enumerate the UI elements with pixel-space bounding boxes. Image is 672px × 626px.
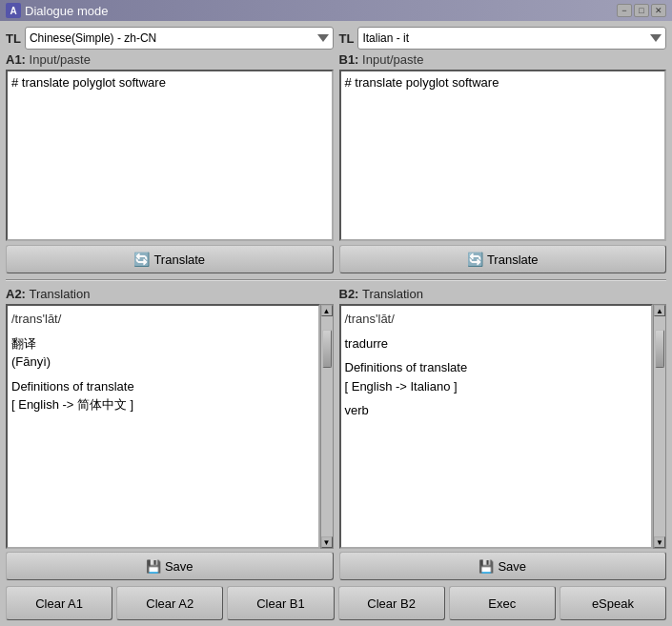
input-textarea-a[interactable]: # translate polyglot software bbox=[6, 70, 334, 241]
translation-chinese: 翻译(Fānyì) bbox=[11, 334, 315, 372]
tl-label-a: TL bbox=[6, 31, 21, 46]
exec-button[interactable]: Exec bbox=[449, 586, 556, 620]
output-panel-b: B2: Translation /trans'lāt/ tradurre Def… bbox=[339, 287, 667, 580]
scrollbar-down-b[interactable]: ▼ bbox=[654, 536, 665, 548]
clear-a1-button[interactable]: Clear A1 bbox=[6, 586, 112, 620]
refresh-icon-a: 🔄 bbox=[133, 252, 150, 267]
scrollbar-up-b[interactable]: ▲ bbox=[654, 305, 665, 316]
pos-verb: verb bbox=[345, 401, 648, 420]
scrollbar-b[interactable]: ▲ ▼ bbox=[653, 304, 666, 549]
tl-label-b: TL bbox=[339, 31, 355, 46]
translation-italian: tradurre bbox=[345, 334, 648, 353]
bottom-buttons-row: Clear A1 Clear A2 Clear B1 Clear B2 Exec… bbox=[6, 584, 666, 620]
lang-select-a[interactable]: Chinese(Simple) - zh-CN Chinese(Traditio… bbox=[25, 27, 334, 50]
clear-a2-button[interactable]: Clear A2 bbox=[116, 586, 223, 620]
clear-b2-button[interactable]: Clear B2 bbox=[338, 586, 445, 620]
close-button[interactable]: ✕ bbox=[651, 4, 666, 17]
title-bar-controls: − □ ✕ bbox=[617, 4, 666, 17]
save-label-a: Save bbox=[165, 559, 193, 574]
scrollbar-thumb-b[interactable] bbox=[655, 330, 664, 368]
input-label-b: B1: Input/paste bbox=[339, 52, 667, 67]
refresh-icon-b: 🔄 bbox=[467, 252, 483, 267]
panel-b: TL Italian - it French - fr Spanish - es… bbox=[339, 27, 667, 241]
output-wrapper-b: /trans'lāt/ tradurre Definitions of tran… bbox=[339, 304, 667, 549]
save-icon-a: 💾 bbox=[146, 559, 161, 574]
title-bar: A Dialogue mode − □ ✕ bbox=[0, 0, 672, 21]
output-panel-a: A2: Translation /trans'lāt/ 翻译(Fānyì) De… bbox=[6, 287, 334, 580]
lang-row-a: TL Chinese(Simple) - zh-CN Chinese(Tradi… bbox=[6, 27, 334, 50]
phonetic-b: /trans'lāt/ bbox=[345, 310, 648, 329]
top-row: TL Chinese(Simple) - zh-CN Chinese(Tradi… bbox=[6, 27, 666, 241]
horizontal-divider bbox=[6, 279, 666, 281]
espeak-button[interactable]: eSpeak bbox=[560, 586, 666, 620]
title-bar-title: Dialogue mode bbox=[25, 4, 108, 18]
clear-b1-button[interactable]: Clear B1 bbox=[227, 586, 334, 620]
save-button-a[interactable]: 💾 Save bbox=[6, 552, 334, 580]
main-content: TL Chinese(Simple) - zh-CN Chinese(Tradi… bbox=[0, 21, 672, 626]
definitions-header-a: Definitions of translate[ English -> 简体中… bbox=[11, 377, 315, 414]
save-button-b[interactable]: 💾 Save bbox=[339, 552, 667, 580]
minimize-button[interactable]: − bbox=[617, 4, 632, 17]
title-bar-left: A Dialogue mode bbox=[6, 3, 108, 18]
scrollbar-up-a[interactable]: ▲ bbox=[321, 305, 333, 316]
app-icon: A bbox=[6, 3, 21, 18]
output-text-b[interactable]: /trans'lāt/ tradurre Definitions of tran… bbox=[339, 304, 654, 549]
bottom-area: A2: Translation /trans'lāt/ 翻译(Fānyì) De… bbox=[6, 287, 666, 580]
translate-label-b: Translate bbox=[487, 252, 539, 267]
translate-buttons-row: 🔄 Translate 🔄 Translate bbox=[6, 245, 666, 273]
translate-panel-a: 🔄 Translate bbox=[6, 245, 334, 273]
translate-button-b[interactable]: 🔄 Translate bbox=[339, 245, 667, 273]
scrollbar-thumb-a[interactable] bbox=[322, 330, 332, 368]
scrollbar-down-a[interactable]: ▼ bbox=[321, 536, 333, 548]
output-text-a[interactable]: /trans'lāt/ 翻译(Fānyì) Definitions of tra… bbox=[6, 304, 320, 549]
translate-panel-b: 🔄 Translate bbox=[339, 245, 667, 273]
scrollbar-a[interactable]: ▲ ▼ bbox=[320, 304, 334, 549]
translate-label-a: Translate bbox=[153, 252, 205, 267]
definitions-header-b: Definitions of translate[ English -> Ita… bbox=[345, 358, 648, 395]
lang-select-b[interactable]: Italian - it French - fr Spanish - es Ge… bbox=[357, 27, 666, 50]
save-label-b: Save bbox=[498, 559, 526, 574]
lang-row-b: TL Italian - it French - fr Spanish - es… bbox=[339, 27, 667, 50]
input-label-a: A1: Input/paste bbox=[6, 52, 334, 67]
output-header-b: B2: Translation bbox=[339, 287, 667, 301]
maximize-button[interactable]: □ bbox=[634, 4, 649, 17]
panel-a: TL Chinese(Simple) - zh-CN Chinese(Tradi… bbox=[6, 27, 334, 241]
phonetic-a: /trans'lāt/ bbox=[11, 310, 315, 329]
input-textarea-b[interactable]: # translate polyglot software bbox=[339, 70, 667, 241]
translate-button-a[interactable]: 🔄 Translate bbox=[6, 245, 334, 273]
save-icon-b: 💾 bbox=[479, 559, 494, 574]
output-wrapper-a: /trans'lāt/ 翻译(Fānyì) Definitions of tra… bbox=[6, 304, 334, 549]
output-header-a: A2: Translation bbox=[6, 287, 334, 301]
